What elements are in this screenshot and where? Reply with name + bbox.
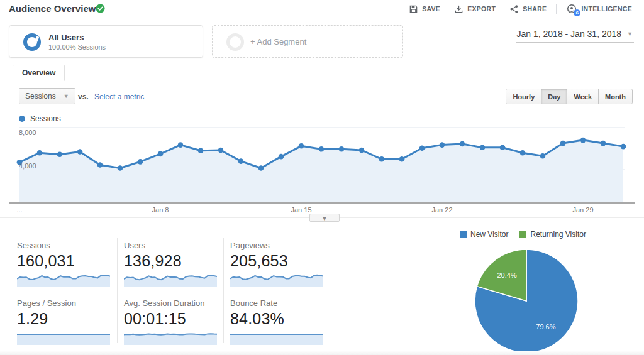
x-axis-tick-label: Jan 8 — [152, 206, 169, 214]
scorecard-value: 00:01:15 — [124, 310, 219, 328]
select-metric-link[interactable]: Select a metric — [94, 92, 144, 101]
share-icon — [509, 4, 519, 14]
pie-legend-label: Returning Visitor — [530, 230, 586, 239]
export-button[interactable]: EXPORT — [447, 0, 502, 18]
scorecard-value: 136,928 — [124, 252, 219, 270]
pageviews-sparkline — [230, 273, 323, 287]
add-segment-ring-icon — [226, 33, 244, 51]
save-button[interactable]: SAVE — [402, 0, 447, 18]
scorecard-label: Users — [124, 241, 219, 250]
bounce-rate-sparkline — [230, 330, 323, 345]
page-title: Audience Overview — [9, 3, 96, 14]
date-range-label: Jan 1, 2018 - Jan 31, 2018 — [517, 29, 622, 39]
y-axis-tick-label: 8,000 — [19, 129, 36, 136]
add-segment-card[interactable]: + Add Segment — [212, 25, 403, 58]
date-range-selector[interactable]: Jan 1, 2018 - Jan 31, 2018 ▼ — [516, 28, 635, 43]
card-divider — [333, 238, 333, 343]
save-icon — [409, 4, 418, 14]
scorecard-value: 160,031 — [17, 252, 113, 270]
segment-title: All Users — [48, 33, 84, 42]
tab-strip: Overview — [0, 63, 644, 80]
card-divider — [223, 238, 224, 343]
sessions-line-chart[interactable]: 8,0004,000...Jan 8Jan 15Jan 22Jan 29 — [0, 123, 644, 217]
scorecard-avg-duration[interactable]: Avg. Session Duration 00:01:15 — [124, 298, 219, 345]
granularity-day-button[interactable]: Day — [541, 89, 567, 104]
metric-dropdown-value: Sessions — [25, 92, 56, 101]
card-divider — [117, 238, 118, 343]
scorecard-pageviews[interactable]: Pageviews 205,653 — [230, 241, 326, 287]
intelligence-label: INTELLIGENCE — [581, 5, 632, 13]
legend-dot-icon — [19, 116, 25, 122]
add-segment-label: + Add Segment — [250, 37, 306, 46]
scorecard-value: 1.29 — [17, 310, 113, 328]
x-axis-tick-label: ... — [16, 206, 22, 214]
share-button[interactable]: SHARE — [502, 0, 553, 18]
visitor-pie-chart[interactable]: 79.6%20.4% — [473, 248, 580, 354]
line-chart-canvas — [0, 123, 644, 217]
pie-legend: New Visitor Returning Visitor — [460, 230, 586, 239]
scorecard-label: Bounce Rate — [230, 298, 326, 308]
scorecard-bounce-rate[interactable]: Bounce Rate 84.03% — [230, 298, 326, 345]
vs-label: vs. — [78, 92, 89, 101]
y-axis-tick-label: 4,000 — [19, 162, 36, 170]
granularity-hourly-button[interactable]: Hourly — [506, 89, 541, 104]
chart-collapse-handle[interactable]: ▼ — [309, 214, 340, 222]
metric-dropdown[interactable]: Sessions ▼ — [19, 88, 75, 104]
download-icon — [454, 4, 464, 14]
granularity-toggle: Hourly Day Week Month — [506, 89, 633, 104]
pages-session-sparkline — [17, 330, 110, 345]
intelligence-badge: 6 — [574, 9, 580, 16]
pie-legend-label: New Visitor — [470, 230, 508, 239]
avg-duration-sparkline — [124, 330, 217, 345]
header-actions: SAVE EXPORT SHARE — [402, 0, 639, 18]
scorecard-value: 84.03% — [230, 310, 326, 328]
scorecard-pages-session[interactable]: Pages / Session 1.29 — [17, 298, 113, 345]
intelligence-button[interactable]: 6 INTELLIGENCE — [559, 0, 639, 18]
x-axis-tick-label: Jan 22 — [431, 206, 452, 214]
scorecard-label: Pageviews — [230, 241, 326, 250]
scorecard-label: Pages / Session — [17, 298, 113, 308]
granularity-week-button[interactable]: Week — [567, 89, 598, 104]
save-label: SAVE — [422, 5, 440, 13]
pie-legend-returning-visitor: Returning Visitor — [519, 230, 586, 239]
legend-label: Sessions — [30, 114, 61, 123]
actions-divider — [556, 4, 557, 14]
chevron-down-icon: ▼ — [627, 31, 633, 37]
users-sparkline — [124, 273, 217, 287]
segment-card-all-users[interactable]: All Users 100.00% Sessions — [9, 25, 203, 58]
scorecard-label: Sessions — [17, 241, 113, 250]
pie-legend-new-visitor: New Visitor — [460, 230, 508, 239]
chevron-down-icon: ▼ — [64, 93, 69, 99]
scorecard-users[interactable]: Users 136,928 — [124, 241, 219, 287]
chart-legend: Sessions — [19, 114, 61, 123]
audience-overview-page: Audience Overview SAVE EXPORT — [0, 0, 644, 355]
share-label: SHARE — [523, 5, 547, 13]
svg-text:79.6%: 79.6% — [536, 323, 555, 330]
segment-ring-icon — [23, 33, 41, 51]
sessions-sparkline — [17, 273, 110, 287]
svg-text:20.4%: 20.4% — [497, 271, 516, 279]
chevron-down-icon: ▼ — [322, 216, 328, 222]
tab-overview[interactable]: Overview — [13, 65, 65, 81]
scorecard-label: Avg. Session Duration — [124, 298, 219, 308]
segment-subtitle: 100.00% Sessions — [48, 43, 106, 51]
returning-visitor-swatch-icon — [519, 231, 526, 238]
scorecard-sessions[interactable]: Sessions 160,031 — [17, 241, 113, 287]
x-axis-tick-label: Jan 15 — [291, 206, 311, 214]
granularity-month-button[interactable]: Month — [598, 89, 632, 104]
scorecard-value: 205,653 — [230, 252, 326, 270]
new-visitor-swatch-icon — [460, 231, 467, 238]
x-axis-tick-label: Jan 29 — [572, 206, 593, 214]
bottom-fade — [0, 351, 644, 355]
verified-badge-icon — [96, 4, 105, 13]
export-label: EXPORT — [467, 5, 496, 13]
